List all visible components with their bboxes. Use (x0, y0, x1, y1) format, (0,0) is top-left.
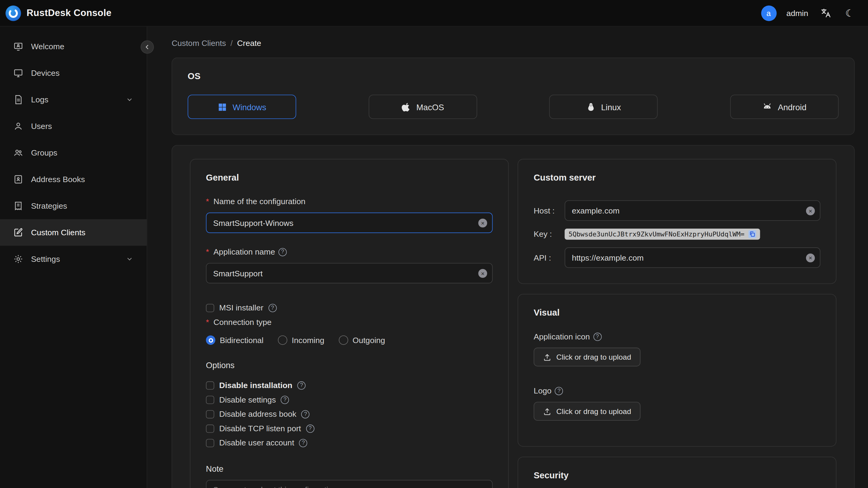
copy-icon[interactable] (748, 230, 756, 238)
sidebar-collapse-button[interactable] (141, 40, 154, 54)
os-button-linux[interactable]: Linux (549, 94, 658, 119)
username[interactable]: admin (786, 8, 808, 17)
radio-incoming[interactable]: Incoming (278, 336, 324, 345)
disable-installation-checkbox[interactable] (206, 381, 214, 389)
note-textarea[interactable] (206, 480, 493, 488)
upload-button-label: Click or drag to upload (556, 407, 631, 415)
config-name-input[interactable] (206, 213, 493, 233)
app-icon-upload-button[interactable]: Click or drag to upload (534, 347, 641, 366)
app-root: RustDesk Console a admin ☾ (0, 0, 868, 488)
application-icon-label: Application icon ? (534, 332, 820, 341)
sidebar-item-label: Groups (31, 148, 57, 157)
option-disable-tcp-listen-port: Disable TCP listen port ? (206, 424, 493, 433)
radio-outgoing[interactable]: Outgoing (339, 336, 385, 345)
sidebar-item-logs[interactable]: Logs (0, 86, 147, 113)
breadcrumb: Custom Clients / Create (172, 39, 855, 48)
radio-icon (278, 336, 287, 345)
general-title: General (206, 173, 493, 183)
sidebar-item-settings[interactable]: Settings (0, 246, 147, 272)
option-disable-address-book: Disable address book ? (206, 409, 493, 418)
help-icon[interactable]: ? (269, 304, 277, 312)
android-icon (762, 102, 772, 112)
os-button-label: Android (778, 102, 806, 112)
disable-user-account-checkbox[interactable] (206, 439, 214, 447)
connection-type-radios: Bidirectional Incoming Outgoing (206, 336, 493, 345)
logo-upload-button[interactable]: Click or drag to upload (534, 402, 641, 421)
config-name-label: * Name of the configuration (206, 197, 493, 206)
dark-mode-toggle-icon[interactable]: ☾ (843, 6, 857, 20)
address-book-icon (13, 174, 23, 184)
api-input[interactable] (565, 247, 820, 268)
api-row: API : × (534, 247, 820, 268)
sidebar-item-label: Strategies (31, 202, 67, 210)
sidebar-item-label: Welcome (31, 42, 64, 51)
sidebar-item-users[interactable]: Users (0, 113, 147, 140)
host-label: Host : (534, 206, 565, 215)
security-title: Security (534, 470, 820, 481)
os-button-label: Linux (601, 102, 621, 112)
upload-icon (543, 353, 551, 361)
app-name-input[interactable] (206, 263, 493, 283)
radio-icon (206, 336, 215, 345)
right-column: Custom server Host : × Key : (518, 159, 837, 488)
host-input-wrap: × (565, 201, 820, 221)
main-content: Custom Clients / Create OS Wind (147, 27, 868, 488)
radio-icon (339, 336, 348, 345)
os-button-macos[interactable]: MacOS (369, 94, 477, 119)
os-button-android[interactable]: Android (730, 94, 839, 119)
help-icon[interactable]: ? (278, 248, 287, 256)
msi-installer-checkbox[interactable] (206, 304, 214, 312)
option-disable-installation: Disable installation ? (206, 381, 493, 390)
chevron-down-icon (126, 255, 133, 263)
avatar[interactable]: a (761, 5, 776, 21)
option-disable-user-account: Disable user account ? (206, 438, 493, 447)
help-icon[interactable]: ? (302, 410, 310, 418)
help-icon[interactable]: ? (298, 381, 306, 389)
sidebar-item-label: Users (31, 122, 52, 130)
sidebar: Welcome Devices Logs (0, 27, 147, 488)
disable-tcp-listen-port-checkbox[interactable] (206, 424, 214, 432)
help-icon[interactable]: ? (281, 396, 289, 404)
os-card: OS Windows (172, 58, 855, 135)
sidebar-item-label: Address Books (31, 175, 85, 184)
sidebar-item-custom-clients[interactable]: Custom Clients (0, 219, 147, 246)
clear-icon[interactable]: × (478, 269, 487, 277)
topbar-right: a admin ☾ (761, 5, 857, 21)
upload-button-label: Click or drag to upload (556, 353, 631, 361)
breadcrumb-parent[interactable]: Custom Clients (172, 39, 226, 48)
help-icon[interactable]: ? (299, 439, 307, 447)
os-button-windows[interactable]: Windows (188, 94, 296, 119)
clear-icon[interactable]: × (478, 218, 487, 227)
host-row: Host : × (534, 201, 820, 221)
option-disable-settings: Disable settings ? (206, 395, 493, 404)
sidebar-item-label: Devices (31, 68, 60, 77)
sidebar-item-devices[interactable]: Devices (0, 60, 147, 86)
clear-icon[interactable]: × (806, 206, 815, 215)
msi-installer-label: MSI installer (219, 303, 264, 312)
key-row: Key : 5Qbwsde3unUcJBtrx9ZkvUmwFNoExHzpry… (534, 228, 820, 240)
sidebar-item-welcome[interactable]: Welcome (0, 33, 147, 60)
edit-square-icon (13, 227, 23, 237)
help-icon[interactable]: ? (593, 333, 601, 341)
host-input[interactable] (565, 201, 820, 221)
create-form-panel: General * Name of the configuration × * … (172, 145, 855, 488)
disable-settings-checkbox[interactable] (206, 396, 214, 404)
os-card-title: OS (188, 71, 838, 81)
disable-address-book-checkbox[interactable] (206, 410, 214, 418)
translate-icon[interactable] (818, 6, 833, 20)
clear-icon[interactable]: × (806, 253, 815, 262)
sidebar-item-groups[interactable]: Groups (0, 140, 147, 166)
sidebar-item-label: Settings (31, 254, 60, 263)
user-icon (13, 121, 23, 131)
help-icon[interactable]: ? (306, 424, 314, 432)
radio-bidirectional[interactable]: Bidirectional (206, 336, 264, 345)
help-icon[interactable]: ? (555, 387, 563, 395)
options-title: Options (206, 360, 493, 370)
users-group-icon (13, 148, 23, 158)
chevron-down-icon (126, 96, 133, 103)
sidebar-item-strategies[interactable]: Strategies (0, 193, 147, 219)
general-card: General * Name of the configuration × * … (190, 159, 509, 488)
os-button-label: MacOS (416, 102, 444, 112)
breadcrumb-separator: / (230, 39, 232, 48)
sidebar-item-address-books[interactable]: Address Books (0, 166, 147, 193)
